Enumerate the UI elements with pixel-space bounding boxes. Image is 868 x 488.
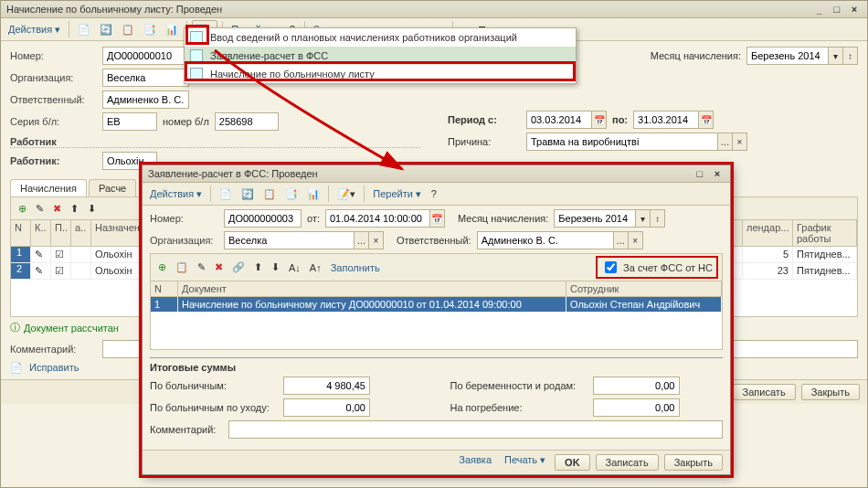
save-button[interactable]: Записать [733, 384, 796, 400]
tb-icon[interactable]: 📑 [281, 185, 302, 203]
save-button[interactable]: Записать [596, 454, 659, 471]
tb-icon[interactable]: 📝▾ [333, 185, 359, 203]
outer-titlebar: Начисление по больничному листу: Проведе… [1, 1, 867, 18]
col-n[interactable]: N [151, 281, 178, 296]
fix-icon[interactable]: 📄 [10, 362, 23, 373]
document-icon [190, 68, 203, 80]
delete-icon[interactable]: ✖ [211, 259, 227, 277]
goto-menu[interactable]: Перейти ▾ [369, 188, 425, 200]
series-field[interactable] [102, 112, 157, 131]
fill-button[interactable]: Заполнить [327, 262, 384, 273]
sort-asc-icon[interactable]: A↓ [285, 259, 304, 277]
ref-icon[interactable]: 🔗 [228, 259, 249, 277]
maximize-icon[interactable]: □ [830, 4, 844, 15]
tot-rv2[interactable] [593, 398, 680, 417]
add-copy-icon[interactable]: 📋 [172, 259, 192, 277]
resp-field[interactable] [102, 90, 189, 109]
delete-icon[interactable]: ✖ [49, 199, 65, 217]
tb-icon[interactable]: 📊 [303, 185, 323, 203]
tab-calc[interactable]: Расче [89, 179, 136, 196]
edit-icon[interactable]: ✎ [194, 259, 209, 277]
inner-grid: N Документ Сотрудник 1 Начисление по бол… [150, 281, 723, 350]
add-icon[interactable]: ⊕ [15, 199, 30, 217]
actions-menu[interactable]: Действия ▾ [5, 24, 64, 36]
clear-icon[interactable]: × [629, 231, 643, 249]
help-icon[interactable]: ? [427, 185, 441, 203]
outer-title: Начисление по больничному листу: Проведе… [6, 4, 222, 15]
col-naz[interactable]: Назначен... [91, 220, 142, 246]
edit-icon[interactable]: ✎ [32, 199, 48, 217]
tb-icon[interactable]: 📄 [216, 185, 236, 203]
month-field[interactable] [746, 47, 829, 65]
reason-field[interactable] [526, 133, 718, 151]
table-row[interactable]: 1 Начисление по больничному листу ДО0000… [151, 297, 722, 313]
reason-select[interactable]: … [718, 133, 733, 151]
col-k[interactable]: К.. [31, 220, 51, 246]
month-dropdown[interactable]: ▾ [829, 47, 843, 65]
sort-desc-icon[interactable]: A↑ [306, 259, 325, 277]
tb-icon[interactable]: 🔄 [238, 185, 258, 203]
maximize-icon[interactable]: □ [693, 168, 707, 179]
inner-org-label: Организация: [150, 235, 218, 246]
stepper-icon[interactable]: ↕ [651, 209, 665, 228]
up-icon[interactable]: ⬆ [250, 259, 266, 277]
number-field[interactable] [102, 47, 189, 65]
period-from-field[interactable] [526, 111, 592, 129]
select-icon[interactable]: … [355, 231, 369, 249]
month-label: Месяц начисления: [651, 50, 741, 61]
close-button[interactable]: Закрыть [801, 384, 860, 400]
tab-accruals[interactable]: Начисления [10, 179, 87, 196]
month-stepper[interactable]: ↕ [843, 47, 858, 65]
org-field[interactable] [102, 69, 189, 87]
minimize-icon[interactable]: _ [812, 4, 827, 15]
add-icon[interactable]: ⊕ [154, 259, 170, 277]
fss-ns-checkbox[interactable]: За счет ФСС от НС [596, 256, 718, 279]
col-cal[interactable]: лендар... [743, 220, 793, 246]
tb-icon[interactable]: 📋 [259, 185, 280, 203]
tb-icon-5[interactable]: 📊 [162, 20, 182, 38]
up-icon[interactable]: ⬆ [67, 199, 82, 217]
close-button[interactable]: Закрыть [664, 454, 723, 471]
inner-month-field[interactable] [554, 209, 636, 228]
period-to-field[interactable] [633, 111, 699, 129]
inner-comment-field[interactable] [228, 420, 723, 439]
tb-icon-4[interactable]: 📑 [140, 20, 160, 38]
col-gr[interactable]: График работы [793, 220, 857, 246]
menu-item-plan[interactable]: Ввод сведений о плановых начислениях раб… [185, 28, 576, 47]
down-icon[interactable]: ⬇ [84, 199, 100, 217]
actions-menu[interactable]: Действия ▾ [146, 188, 206, 200]
tb-icon-3[interactable]: 📋 [118, 20, 138, 38]
select-icon[interactable]: … [614, 231, 629, 249]
inner-from-field[interactable] [325, 209, 430, 228]
reason-clear[interactable]: × [733, 133, 747, 151]
calendar-icon[interactable]: 📅 [430, 209, 445, 228]
clear-icon[interactable]: × [369, 231, 384, 249]
col-emp[interactable]: Сотрудник [566, 281, 722, 296]
tot-v2[interactable] [283, 398, 370, 417]
fix-link[interactable]: Исправить [26, 362, 82, 373]
inner-toolbar: Действия ▾ 📄 🔄 📋 📑 📊 📝▾ Перейти ▾ ? [143, 183, 730, 206]
inner-resp-field[interactable] [477, 231, 614, 249]
col-p[interactable]: П.. [51, 220, 71, 246]
print-button[interactable]: Печать ▾ [501, 454, 549, 471]
col-n[interactable]: N [11, 220, 31, 246]
col-a[interactable]: а.. [71, 220, 91, 246]
tot-v1[interactable] [283, 377, 370, 395]
tot-rv1[interactable] [593, 377, 680, 395]
tot-l2: По больничным по уходу: [150, 402, 278, 413]
close-icon[interactable]: × [847, 4, 862, 15]
inner-number-field[interactable] [224, 209, 302, 228]
tb-icon-1[interactable]: 📄 [74, 20, 94, 38]
close-icon[interactable]: × [710, 168, 725, 179]
inner-org-field[interactable] [224, 231, 355, 249]
col-doc[interactable]: Документ [178, 281, 566, 296]
calendar-icon[interactable]: 📅 [592, 111, 607, 129]
ok-button[interactable]: OK [555, 454, 590, 471]
dropdown-icon[interactable]: ▾ [636, 209, 651, 228]
calendar-icon[interactable]: 📅 [699, 111, 714, 129]
resp-label: Ответственный: [10, 94, 97, 105]
down-icon[interactable]: ⬇ [268, 259, 283, 277]
tb-icon-2[interactable]: 🔄 [96, 20, 116, 38]
inner-from-label: от: [307, 213, 320, 224]
request-button[interactable]: Заявка [455, 454, 495, 471]
